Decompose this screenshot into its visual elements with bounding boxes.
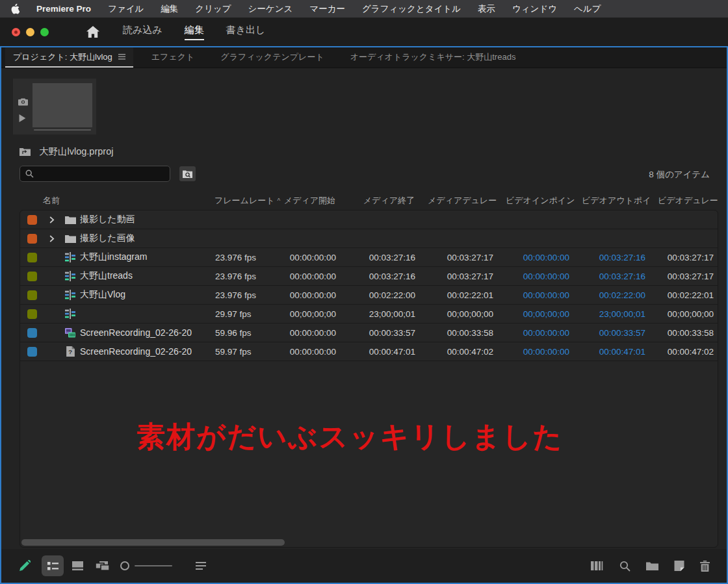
label-swatch-cell[interactable] (20, 347, 44, 357)
search-input[interactable] (38, 168, 164, 179)
sequence-icon (60, 290, 80, 300)
panel-tab-project[interactable]: プロジェクト: 大野山lvlog (5, 47, 133, 68)
table-row[interactable]: 大野山instagram23.976 fps00:00:00:0000:03:2… (20, 248, 718, 267)
label-color-swatch[interactable] (27, 215, 37, 225)
column-media-start[interactable]: メディア開始 (264, 195, 348, 207)
label-swatch-cell[interactable] (20, 328, 44, 338)
column-framerate[interactable]: フレームレート^ (191, 195, 264, 207)
sort-options-icon[interactable] (196, 562, 207, 570)
sequence-icon (60, 271, 80, 281)
close-button[interactable] (12, 28, 20, 36)
search-bin-icon[interactable] (179, 166, 196, 181)
table-row[interactable]: 大野山treads23.976 fps00:00:00:0000:03:27:1… (20, 267, 718, 286)
freeform-view-button[interactable] (94, 561, 109, 571)
video-out-value: 00:00:47:01 (582, 347, 658, 357)
menu-clip[interactable]: クリップ (195, 3, 231, 15)
offline-media-icon: ? (60, 346, 80, 357)
menu-file[interactable]: ファイル (108, 3, 144, 15)
search-icon (25, 170, 34, 178)
apple-menu-icon[interactable] (10, 3, 20, 14)
label-color-swatch[interactable] (27, 234, 37, 244)
label-color-swatch[interactable] (27, 272, 37, 281)
new-bin-icon[interactable] (646, 561, 658, 570)
column-media-end[interactable]: メディア終了 (348, 195, 428, 207)
expand-chevron-icon[interactable] (44, 235, 60, 242)
label-color-swatch[interactable] (27, 253, 37, 262)
new-item-icon[interactable] (674, 561, 684, 571)
menu-graphics-titles[interactable]: グラフィックとタイトル (362, 3, 461, 15)
icon-view-button[interactable] (72, 561, 83, 570)
find-icon[interactable] (619, 561, 630, 572)
item-name[interactable]: 大野山instagram (80, 251, 192, 263)
table-row[interactable]: 撮影した画像 (20, 229, 718, 248)
panel-tab-graphic-templates[interactable]: グラフィックテンプレート (213, 47, 332, 68)
table-row[interactable]: 撮影した動画 (20, 210, 718, 229)
label-color-swatch[interactable] (27, 328, 37, 338)
video-duration-value: 00:03:27:17 (658, 253, 718, 262)
video-in-value: 00:00:00:00 (506, 272, 582, 281)
home-icon[interactable] (85, 25, 101, 39)
column-media-duration[interactable]: メディアデュレー (428, 195, 506, 207)
zoom-slider-track[interactable] (135, 565, 172, 566)
search-box[interactable] (20, 166, 170, 182)
item-name[interactable]: ScreenRecording_02-26-202 (80, 327, 192, 338)
column-name[interactable]: 名前 (43, 195, 191, 207)
column-video-duration[interactable]: ビデオデュレー (658, 195, 718, 207)
horizontal-scrollbar[interactable] (21, 539, 285, 546)
label-swatch-cell[interactable] (20, 234, 44, 244)
preview-scrub-bar[interactable] (34, 129, 91, 131)
label-swatch-cell[interactable] (20, 272, 44, 281)
menu-sequence[interactable]: シーケンス (248, 3, 293, 15)
automate-to-sequence-icon[interactable] (591, 561, 604, 570)
panel-menu-icon[interactable] (118, 54, 125, 60)
zoom-slider[interactable] (120, 561, 172, 570)
zoom-button[interactable] (40, 28, 49, 36)
table-row[interactable]: 大野山Vlog23.976 fps00:00:00:0000:02:22:000… (20, 286, 718, 305)
table-row[interactable]: ?ScreenRecording_02-26-20259.97 fps00:00… (20, 342, 718, 361)
project-writable-pencil-icon[interactable] (18, 560, 31, 572)
label-swatch-cell[interactable] (20, 253, 44, 262)
video-duration-value: 00:00:33:58 (658, 328, 718, 338)
table-row[interactable]: 29.97 fps00;00;00;0023;00;00;0100;00;00;… (20, 305, 718, 324)
menu-window[interactable]: ウィンドウ (512, 3, 557, 15)
framerate-value: 23.976 fps (192, 253, 265, 262)
zoom-slider-knob[interactable] (120, 561, 129, 570)
label-swatch-cell[interactable] (20, 290, 44, 300)
minimize-button[interactable] (26, 28, 34, 36)
panel-tab-effects[interactable]: エフェクト (144, 47, 203, 68)
label-color-swatch[interactable] (27, 347, 37, 357)
tab-export[interactable]: 書き出し (226, 24, 266, 40)
poster-frame-camera-icon[interactable] (18, 98, 28, 106)
tab-import[interactable]: 読み込み (123, 24, 162, 40)
column-video-out[interactable]: ビデオアウトポイ (582, 195, 658, 207)
item-name[interactable]: 撮影した画像 (80, 233, 192, 244)
label-swatch-cell[interactable] (20, 309, 44, 319)
project-item-list: 撮影した動画撮影した画像大野山instagram23.976 fps00:00:… (20, 210, 718, 548)
column-video-in[interactable]: ビデオインポイン (506, 195, 582, 207)
menu-edit[interactable]: 編集 (161, 3, 178, 15)
item-name[interactable]: 大野山Vlog (80, 289, 192, 301)
label-color-swatch[interactable] (27, 290, 37, 300)
menu-marker[interactable]: マーカー (309, 3, 345, 15)
menubar-app-name[interactable]: Premiere Pro (36, 4, 91, 14)
menu-view[interactable]: 表示 (478, 3, 495, 15)
table-row[interactable]: ScreenRecording_02-26-20259.96 fps00:00:… (20, 324, 718, 342)
label-color-swatch[interactable] (27, 309, 37, 319)
project-root-row[interactable]: 大野山lvlog.prproj (20, 146, 113, 158)
item-name[interactable]: 大野山treads (80, 270, 192, 282)
list-view-button[interactable] (42, 555, 64, 576)
tab-edit[interactable]: 編集 (185, 24, 204, 40)
delete-trash-icon[interactable] (700, 561, 710, 572)
menu-help[interactable]: ヘルプ (574, 3, 601, 15)
item-name[interactable]: ScreenRecording_02-26-202 (80, 346, 192, 357)
media-duration-value: 00:03:27:17 (428, 253, 506, 262)
media-end-value: 00:00:47:01 (349, 347, 428, 357)
preview-play-icon[interactable] (19, 114, 26, 122)
label-swatch-cell[interactable] (20, 215, 44, 225)
window-titlebar: 読み込み 編集 書き出し (0, 18, 728, 46)
expand-chevron-icon[interactable] (44, 216, 60, 223)
panel-tab-audio-track-mixer-label: オーディオトラックミキサー: 大野山treads (350, 51, 516, 63)
panel-tab-audio-track-mixer[interactable]: オーディオトラックミキサー: 大野山treads (343, 47, 524, 68)
framerate-value: 23.976 fps (192, 272, 265, 281)
item-name[interactable]: 撮影した動画 (80, 214, 192, 225)
